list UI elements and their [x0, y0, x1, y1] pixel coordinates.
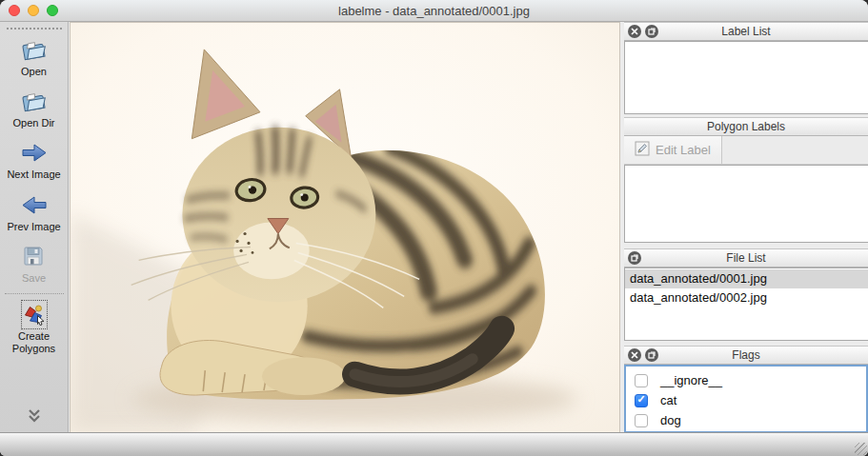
- open-folder-icon: [21, 37, 47, 63]
- arrow-left-icon: [20, 192, 49, 218]
- flag-label: dog: [660, 413, 681, 427]
- edit-label-button[interactable]: Edit Label: [624, 136, 722, 164]
- flag-label: __ignore__: [660, 373, 722, 387]
- file-list-item[interactable]: data_annotated/0002.jpg: [625, 288, 868, 307]
- panel-file-list: File List data_annotated/0001.jpg data_a…: [624, 248, 868, 341]
- toolbar-button-label: Save: [22, 272, 46, 285]
- polygon-labels-toolbar: Edit Label: [624, 136, 868, 165]
- polygon-labels-list[interactable]: [624, 165, 868, 243]
- toolbar-button-open-dir[interactable]: Open Dir: [12, 89, 54, 129]
- traffic-lights: [9, 5, 58, 16]
- file-list[interactable]: data_annotated/0001.jpg data_annotated/0…: [624, 268, 868, 341]
- file-list-item[interactable]: data_annotated/0001.jpg: [625, 269, 868, 288]
- float-icon[interactable]: [645, 25, 658, 38]
- panel-polygon-labels-header[interactable]: Polygon Labels: [624, 117, 868, 136]
- toolbar-button-label: Create Polygons: [3, 330, 66, 355]
- flag-label: cat: [660, 393, 676, 407]
- edit-label-button-label: Edit Label: [656, 143, 711, 157]
- close-window-button[interactable]: [9, 5, 20, 16]
- edit-pencil-icon: [635, 141, 650, 159]
- toolbar-drag-handle[interactable]: [7, 28, 62, 30]
- label-list[interactable]: [624, 41, 868, 114]
- toolbar-button-prev-image[interactable]: Prev Image: [7, 192, 60, 233]
- resize-grip-icon[interactable]: [855, 443, 867, 455]
- open-dir-folder-icon: [21, 89, 47, 114]
- cat-image: [71, 23, 619, 432]
- checkbox[interactable]: [635, 414, 648, 427]
- checkbox[interactable]: [635, 374, 648, 387]
- toolbar-button-save[interactable]: Save: [22, 244, 46, 285]
- floppy-disk-icon: [22, 244, 45, 269]
- float-icon[interactable]: [645, 348, 658, 362]
- panel-flags: Flags __ignore__ cat: [624, 346, 868, 433]
- flag-item-ignore[interactable]: __ignore__: [626, 370, 866, 390]
- checkbox[interactable]: [635, 394, 648, 407]
- labelme-window: labelme - data_annotated/0001.jpg Open O…: [0, 0, 868, 456]
- toolbar-button-create-polygons[interactable]: Create Polygons: [3, 302, 66, 355]
- flags-list[interactable]: __ignore__ cat dog: [624, 365, 868, 433]
- arrow-right-icon: [20, 140, 49, 166]
- status-bar: [0, 432, 868, 456]
- toolbar-overflow-button[interactable]: [24, 403, 45, 428]
- flag-item-cat[interactable]: cat: [626, 390, 866, 410]
- toolbar-button-open[interactable]: Open: [21, 37, 47, 78]
- toolbar-button-label: Next Image: [7, 169, 60, 181]
- toolbar-button-label: Open Dir: [12, 117, 54, 129]
- panel-title: Flags: [624, 348, 868, 362]
- close-icon[interactable]: [628, 25, 641, 38]
- toolbar-button-next-image[interactable]: Next Image: [7, 140, 60, 181]
- image-canvas[interactable]: [70, 22, 620, 433]
- panel-title: Label List: [624, 25, 868, 38]
- toolbar-button-label: Prev Image: [7, 221, 60, 233]
- toolbar-separator: [5, 293, 64, 294]
- panel-flags-header[interactable]: Flags: [624, 346, 868, 365]
- panel-file-list-header[interactable]: File List: [624, 248, 868, 268]
- zoom-window-button[interactable]: [47, 5, 58, 16]
- float-icon[interactable]: [628, 251, 641, 265]
- dock-panels: Label List Polygon Labels Edit Label: [624, 22, 868, 433]
- panel-title: Polygon Labels: [624, 120, 868, 133]
- panel-label-list-header[interactable]: Label List: [624, 22, 868, 41]
- panel-polygon-labels: Polygon Labels Edit Label: [624, 117, 868, 243]
- panel-label-list: Label List: [624, 22, 868, 114]
- toolbar: Open Open Dir Next Image Prev Image: [0, 22, 69, 433]
- flag-item-dog[interactable]: dog: [626, 410, 866, 430]
- minimize-window-button[interactable]: [28, 5, 39, 16]
- chevron-double-down-icon: [24, 403, 45, 428]
- toolbar-button-label: Open: [21, 66, 47, 78]
- window-title: labelme - data_annotated/0001.jpg: [338, 4, 530, 18]
- panel-title: File List: [624, 251, 868, 265]
- create-polygons-icon: [23, 302, 46, 327]
- close-icon[interactable]: [628, 348, 641, 362]
- titlebar[interactable]: labelme - data_annotated/0001.jpg: [0, 0, 868, 22]
